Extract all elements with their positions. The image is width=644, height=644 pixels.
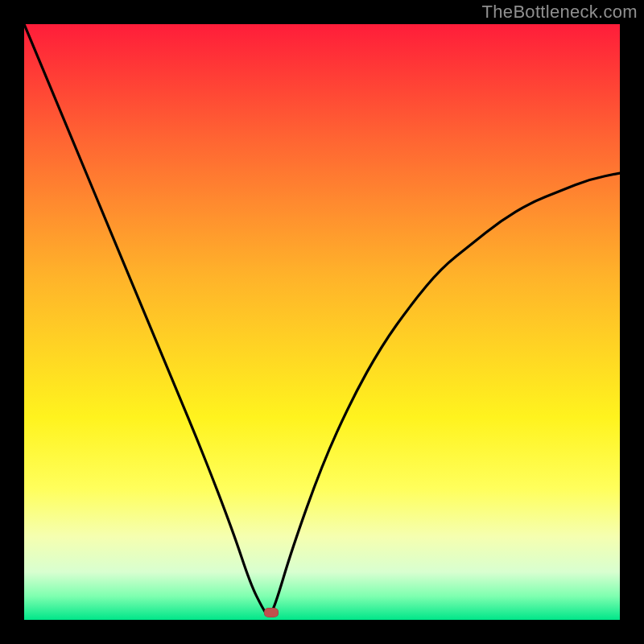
gradient-background: [24, 24, 620, 620]
watermark-text: TheBottleneck.com: [482, 2, 638, 23]
optimum-marker-icon: [264, 608, 279, 617]
chart-frame: TheBottleneck.com: [0, 0, 644, 644]
plot-area: [24, 24, 620, 620]
